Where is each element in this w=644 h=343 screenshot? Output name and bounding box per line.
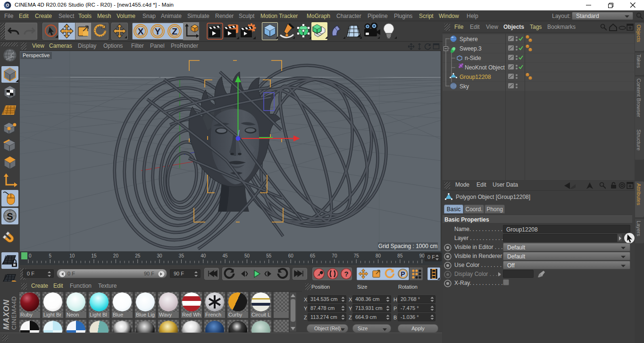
svg-text:n-Side: n-Side	[465, 55, 481, 61]
svg-text:Sky: Sky	[460, 83, 469, 90]
svg-text:15: 15	[91, 253, 97, 258]
svg-text:90: 90	[419, 253, 425, 258]
svg-text:Z: Z	[172, 26, 177, 36]
svg-text:85: 85	[397, 253, 403, 258]
svg-text:45: 45	[223, 253, 228, 258]
svg-text:0: 0	[29, 253, 32, 258]
svg-text:60: 60	[288, 253, 294, 258]
svg-text:50: 50	[244, 253, 250, 258]
svg-text:75: 75	[354, 253, 360, 258]
svg-text:55: 55	[266, 253, 272, 258]
svg-text:Y: Y	[155, 26, 161, 36]
svg-text:S: S	[7, 211, 13, 222]
svg-text:X: X	[138, 26, 144, 36]
svg-text:30: 30	[157, 253, 163, 258]
svg-text:35: 35	[179, 253, 184, 258]
svg-text:Sphere: Sphere	[460, 36, 478, 43]
svg-text:10: 10	[69, 253, 75, 258]
svg-text:P: P	[401, 270, 405, 278]
svg-text:65: 65	[310, 253, 316, 258]
svg-text:NeoKnot Object: NeoKnot Object	[465, 64, 505, 71]
svg-text:Sweep.3: Sweep.3	[460, 45, 482, 52]
svg-text:80: 80	[376, 253, 381, 258]
svg-text:?: ?	[344, 270, 348, 278]
svg-text:40: 40	[201, 253, 206, 258]
svg-text:70: 70	[332, 253, 337, 258]
svg-text:5: 5	[49, 253, 52, 258]
svg-text:20: 20	[113, 253, 119, 258]
svg-text:25: 25	[135, 253, 141, 258]
svg-text:Group12208: Group12208	[460, 74, 491, 80]
